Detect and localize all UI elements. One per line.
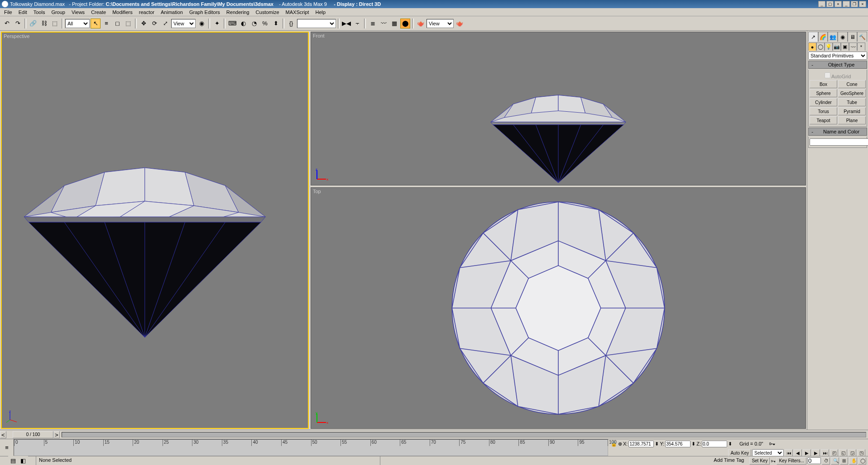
- nav2-icon[interactable]: ◱: [839, 449, 847, 456]
- menu-help[interactable]: Help: [312, 9, 329, 16]
- z-coord-input[interactable]: [702, 441, 727, 447]
- tube-button[interactable]: Tube: [838, 98, 866, 106]
- viewport-front[interactable]: Front: [311, 32, 806, 185]
- time-slider-prev[interactable]: <: [0, 431, 6, 438]
- spinner-snap-button[interactable]: ⬍: [271, 19, 281, 28]
- category-dropdown[interactable]: Standard Primitives: [808, 52, 867, 60]
- curve-editor-button[interactable]: 〰: [379, 19, 388, 28]
- pan-icon[interactable]: ✋: [849, 457, 857, 465]
- menu-tools[interactable]: Tools: [30, 9, 48, 16]
- name-color-rollout-header[interactable]: -Name and Color: [808, 128, 867, 136]
- add-time-tag[interactable]: Add Time Tag: [710, 456, 748, 465]
- zoom-icon[interactable]: 🔍: [831, 457, 839, 465]
- keyboard-shortcut-button[interactable]: ⌨: [227, 19, 237, 28]
- render-scene-button[interactable]: 🫖: [416, 19, 426, 28]
- close-button[interactable]: ×: [834, 1, 842, 7]
- manipulate-button[interactable]: ✦: [212, 19, 222, 28]
- create-tab[interactable]: ↗: [808, 32, 818, 42]
- scale-button[interactable]: ⤢: [160, 19, 170, 28]
- edit-named-sel-button[interactable]: {}: [286, 19, 296, 28]
- selection-filter-dropdown[interactable]: All: [65, 19, 90, 28]
- time-config-icon[interactable]: ⏱: [822, 457, 830, 465]
- layers-button[interactable]: ≣: [368, 19, 378, 28]
- object-type-rollout-header[interactable]: -Object Type: [808, 61, 867, 69]
- pyramid-button[interactable]: Pyramid: [838, 107, 866, 115]
- viewport-perspective[interactable]: Perspective: [1, 32, 309, 429]
- display-tab[interactable]: 🖥: [848, 32, 858, 42]
- menu-animation[interactable]: Animation: [158, 9, 186, 16]
- teapot-button[interactable]: Teapot: [810, 116, 837, 124]
- geosphere-button[interactable]: GeoSphere: [838, 89, 866, 97]
- utilities-tab[interactable]: 🔨: [857, 32, 867, 42]
- named-selection-dropdown[interactable]: [297, 19, 336, 28]
- nav4-icon[interactable]: ◳: [857, 449, 865, 456]
- current-frame-input[interactable]: [807, 457, 821, 464]
- mirror-button[interactable]: ▶◀: [341, 19, 351, 28]
- snaps-toggle-button[interactable]: ◐: [238, 19, 248, 28]
- torus-button[interactable]: Torus: [810, 107, 837, 115]
- cone-button[interactable]: Cone: [838, 80, 866, 88]
- systems-subtab[interactable]: *: [857, 43, 865, 51]
- auto-key-button[interactable]: Auto Key: [728, 449, 751, 456]
- play-button[interactable]: ▶: [803, 449, 811, 456]
- trackbar-toggle-icon[interactable]: ≡: [2, 443, 12, 453]
- minimize2-button[interactable]: _: [843, 1, 850, 7]
- nav3-icon[interactable]: ◲: [848, 449, 856, 456]
- comm-center-icon[interactable]: ◧: [18, 456, 28, 465]
- next-frame-button[interactable]: ▶: [812, 449, 820, 456]
- hierarchy-tab[interactable]: 👥: [828, 32, 838, 42]
- nav1-icon[interactable]: ◰: [830, 449, 838, 456]
- redo-button[interactable]: ↷: [13, 19, 23, 28]
- key-target-dropdown[interactable]: Selected: [752, 449, 784, 456]
- menu-file[interactable]: File: [1, 9, 15, 16]
- menu-maxscript[interactable]: MAXScript: [283, 9, 312, 16]
- cameras-subtab[interactable]: 📷: [833, 43, 841, 51]
- time-slider-thumb[interactable]: 0 / 100: [13, 431, 53, 438]
- motion-tab[interactable]: ◉: [838, 32, 848, 42]
- shapes-subtab[interactable]: ◯: [816, 43, 825, 51]
- goto-start-button[interactable]: ⏮: [785, 449, 793, 456]
- modify-tab[interactable]: 🌈: [818, 32, 828, 42]
- coord-icon[interactable]: ⊕: [618, 441, 622, 447]
- menu-group[interactable]: Group: [48, 9, 68, 16]
- time-slider[interactable]: < 0 / 100 >: [0, 430, 868, 439]
- zoom-all-icon[interactable]: ⊞: [840, 457, 848, 465]
- autogrid-checkbox[interactable]: AutoGrid: [810, 71, 866, 80]
- goto-end-button[interactable]: ⏭: [821, 449, 829, 456]
- select-object-button[interactable]: ↖: [91, 19, 101, 28]
- time-slider-track[interactable]: [62, 432, 866, 437]
- spacewarps-subtab[interactable]: 〰: [849, 43, 857, 51]
- object-name-input[interactable]: [810, 138, 868, 146]
- box-button[interactable]: Box: [810, 80, 837, 88]
- viewport-top[interactable]: Top x y: [311, 187, 806, 429]
- percent-snap-button[interactable]: %: [260, 19, 270, 28]
- rect-select-button[interactable]: ◻: [112, 19, 122, 28]
- maximize-button[interactable]: ▢: [826, 1, 834, 7]
- set-key-button[interactable]: Set Key: [749, 457, 770, 465]
- menu-modifiers[interactable]: Modifiers: [109, 9, 136, 16]
- angle-snap-button[interactable]: ◔: [249, 19, 259, 28]
- rotate-button[interactable]: ⟳: [149, 19, 159, 28]
- window-crossing-button[interactable]: ⬚: [123, 19, 133, 28]
- undo-button[interactable]: ↶: [2, 19, 12, 28]
- select-by-name-button[interactable]: ≡: [101, 19, 111, 28]
- time-slider-next[interactable]: >: [53, 431, 60, 438]
- y-coord-input[interactable]: [665, 441, 691, 447]
- key-filters-button[interactable]: Key Filters...: [777, 457, 806, 465]
- menu-views[interactable]: Views: [68, 9, 88, 16]
- cylinder-button[interactable]: Cylinder: [810, 98, 837, 106]
- ref-coord-dropdown[interactable]: View: [171, 19, 196, 28]
- align-button[interactable]: ⫟: [352, 19, 362, 28]
- link-button[interactable]: 🔗: [28, 19, 38, 28]
- x-coord-input[interactable]: [628, 441, 654, 447]
- key-icon-2[interactable]: 🗝: [771, 458, 776, 464]
- quick-render-button[interactable]: 🫖: [455, 19, 465, 28]
- menu-customize[interactable]: Customize: [253, 9, 283, 16]
- helpers-subtab[interactable]: ▣: [841, 43, 849, 51]
- close2-button[interactable]: ×: [859, 1, 866, 7]
- menu-reactor[interactable]: reactor: [136, 9, 158, 16]
- menu-graph-editors[interactable]: Graph Editors: [186, 9, 223, 16]
- material-editor-button[interactable]: ⬤: [400, 19, 410, 28]
- menu-edit[interactable]: Edit: [15, 9, 30, 16]
- move-button[interactable]: ✥: [139, 19, 149, 28]
